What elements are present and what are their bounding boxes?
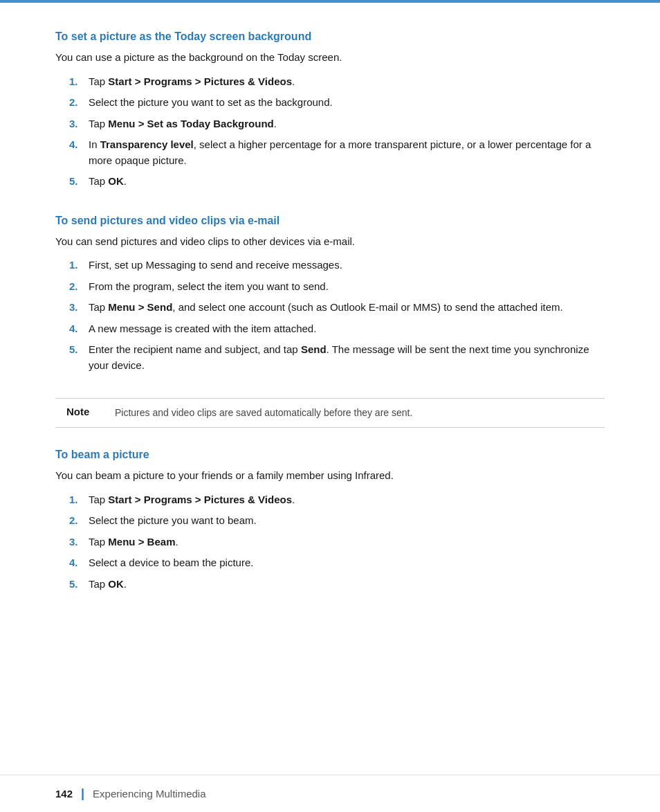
section-set-background-intro: You can use a picture as the background … [55, 50, 605, 66]
step-number: 5. [69, 174, 89, 190]
section-beam-picture-intro: You can beam a picture to your friends o… [55, 468, 605, 484]
step-item: 1. Tap Start > Programs > Pictures & Vid… [69, 74, 605, 90]
step-item: 2. Select the picture you want to beam. [69, 513, 605, 529]
step-item: 3. Tap Menu > Send, and select one accou… [69, 300, 605, 316]
step-item: 2. From the program, select the item you… [69, 279, 605, 295]
step-text: First, set up Messaging to send and rece… [89, 258, 605, 273]
step-item: 4. Select a device to beam the picture. [69, 555, 605, 571]
step-number: 4. [69, 137, 89, 153]
step-bold: Menu > Beam [108, 536, 175, 548]
step-number: 1. [69, 258, 89, 273]
step-item: 1. Tap Start > Programs > Pictures & Vid… [69, 492, 605, 508]
step-item: 3. Tap Menu > Beam. [69, 534, 605, 550]
section-beam-picture-title: To beam a picture [55, 449, 605, 461]
footer-separator: | [81, 786, 84, 801]
step-item: 4. A new message is created with the ite… [69, 321, 605, 337]
note-label: Note [66, 406, 101, 417]
step-bold: Menu > Send [108, 301, 172, 313]
step-bold: OK [108, 175, 124, 187]
step-bold: Send [301, 343, 327, 355]
top-border [0, 0, 660, 3]
step-text: In Transparency level, select a higher p… [89, 137, 605, 168]
note-box: Note Pictures and video clips are saved … [55, 398, 605, 428]
step-number: 3. [69, 116, 89, 132]
step-number: 3. [69, 534, 89, 550]
section-set-background: To set a picture as the Today screen bac… [55, 30, 605, 190]
step-item: 2. Select the picture you want to set as… [69, 95, 605, 111]
step-number: 5. [69, 342, 89, 358]
step-bold: Start > Programs > Pictures & Videos [108, 494, 292, 505]
step-text: Enter the recipient name and subject, an… [89, 342, 605, 373]
steps-list-background: 1. Tap Start > Programs > Pictures & Vid… [55, 74, 605, 190]
step-item: 3. Tap Menu > Set as Today Background. [69, 116, 605, 132]
step-number: 2. [69, 513, 89, 529]
step-text: Tap Menu > Set as Today Background. [89, 116, 605, 132]
step-text: Select a device to beam the picture. [89, 555, 605, 571]
step-text: Select the picture you want to beam. [89, 513, 605, 529]
step-number: 5. [69, 577, 89, 593]
step-item: 4. In Transparency level, select a highe… [69, 137, 605, 168]
step-text: Tap Start > Programs > Pictures & Videos… [89, 492, 605, 508]
step-item: 5. Enter the recipient name and subject,… [69, 342, 605, 373]
step-text: Tap OK. [89, 577, 605, 593]
step-item: 1. First, set up Messaging to send and r… [69, 258, 605, 273]
step-item: 5. Tap OK. [69, 174, 605, 190]
step-text: Tap Menu > Send, and select one account … [89, 300, 605, 316]
page-number: 142 [55, 788, 73, 800]
page-content: To set a picture as the Today screen bac… [0, 3, 660, 658]
step-number: 1. [69, 492, 89, 508]
step-bold: OK [108, 578, 124, 590]
note-text: Pictures and video clips are saved autom… [115, 406, 412, 420]
section-beam-picture: To beam a picture You can beam a picture… [55, 449, 605, 592]
step-item: 5. Tap OK. [69, 577, 605, 593]
step-number: 3. [69, 300, 89, 316]
footer: 142 | Experiencing Multimedia [0, 775, 660, 812]
step-text: Select the picture you want to set as th… [89, 95, 605, 111]
footer-label: Experiencing Multimedia [93, 788, 205, 800]
steps-list-email: 1. First, set up Messaging to send and r… [55, 258, 605, 373]
step-bold: Start > Programs > Pictures & Videos [108, 75, 292, 87]
step-number: 2. [69, 95, 89, 111]
steps-list-beam: 1. Tap Start > Programs > Pictures & Vid… [55, 492, 605, 593]
step-text: From the program, select the item you wa… [89, 279, 605, 295]
step-bold: Menu > Set as Today Background [108, 118, 273, 129]
step-text: A new message is created with the item a… [89, 321, 605, 337]
step-number: 4. [69, 555, 89, 571]
step-text: Tap OK. [89, 174, 605, 190]
step-text: Tap Menu > Beam. [89, 534, 605, 550]
step-bold: Transparency level [100, 138, 194, 150]
section-send-email-title: To send pictures and video clips via e-m… [55, 215, 605, 227]
section-send-email-intro: You can send pictures and video clips to… [55, 234, 605, 250]
step-number: 4. [69, 321, 89, 337]
step-number: 1. [69, 74, 89, 90]
section-send-email: To send pictures and video clips via e-m… [55, 215, 605, 374]
step-text: Tap Start > Programs > Pictures & Videos… [89, 74, 605, 90]
step-number: 2. [69, 279, 89, 295]
section-set-background-title: To set a picture as the Today screen bac… [55, 30, 605, 43]
